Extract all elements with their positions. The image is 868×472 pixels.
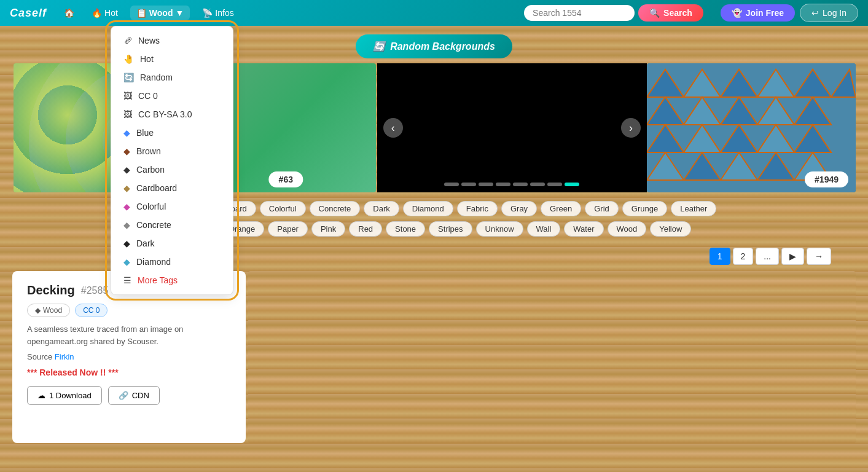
preview-area [248,271,856,443]
tag-unknow[interactable]: Unknow [476,221,523,237]
blue-diamond-icon: ◆ [123,128,130,138]
header-right: 👻 Join Free ↩ Log In [721,4,858,22]
dot-1[interactable] [444,183,459,186]
random-backgrounds-button[interactable]: 🔄 Random Backgrounds [356,34,512,58]
home-icon: 🏠 [64,8,74,18]
nav-home[interactable]: 🏠 [59,6,79,20]
tag-grid[interactable]: Grid [585,201,619,216]
featured-center-image[interactable]: ‹ › [377,63,647,192]
carousel-dots [444,183,579,186]
tag-stripes[interactable]: Stripes [429,221,472,237]
dropdown-item-colorful[interactable]: ◆ Colorful [111,197,233,216]
tag-leather[interactable]: Leather [671,201,716,216]
dot-6[interactable] [530,183,545,186]
page-ellipsis[interactable]: ... [756,248,779,265]
nav-wood[interactable]: 📋 Wood ▼ [130,6,190,20]
card-tags: ◆ Wood CC 0 [27,304,231,317]
login-button[interactable]: ↩ Log In [800,4,858,22]
chevron-down-icon: ▼ [175,8,184,18]
dropdown-item-brown[interactable]: ◆ Brown [111,142,233,160]
search-icon: 🔍 [649,8,660,18]
tag-fabric[interactable]: Fabric [457,201,498,216]
cdn-button[interactable]: 🔗 CDN [108,386,160,405]
card-released: *** Released Now !! *** [27,368,231,377]
tag-wood[interactable]: Wood [608,221,647,237]
dropdown-item-news[interactable]: 🗞 News [111,31,233,50]
tag-paper[interactable]: Paper [268,221,308,237]
news-icon: 🗞 [123,36,132,45]
featured-image-right[interactable]: #1949 [647,63,856,192]
dot-3[interactable] [479,183,493,186]
tag-dark[interactable]: Dark [364,201,399,216]
tag-wood[interactable]: ◆ Wood [27,304,70,317]
tag-water[interactable]: Water [564,221,603,237]
dropdown-item-concrete[interactable]: ◆ Concrete [111,216,233,234]
card-source: Source Firkin [27,352,231,361]
hand-icon: 🤚 [123,54,134,64]
dropdown-item-hot[interactable]: 🤚 Hot [111,50,233,68]
search-input[interactable] [524,5,635,21]
tag-stone[interactable]: Stone [386,221,425,237]
wood-icon: 📋 [136,8,147,18]
dropdown-item-cc0[interactable]: 🖼 CC 0 [111,87,233,105]
dropdown-item-more-tags[interactable]: ☰ More Tags [111,271,233,289]
dark-diamond-icon: ◆ [123,238,130,248]
image2-icon: 🖼 [123,109,132,119]
dropdown-item-cardboard[interactable]: ◆ Cardboard [111,179,233,197]
tag-cc0[interactable]: CC 0 [75,304,108,317]
carbon-diamond-icon: ◆ [123,165,130,175]
login-icon: ↩ [811,8,819,18]
tag-grunge[interactable]: Grunge [622,201,667,216]
dot-4[interactable] [496,183,510,186]
search-container: 🔍 Search [524,4,703,22]
colorful-diamond-icon: ◆ [123,202,130,211]
dot-7[interactable] [547,183,562,186]
join-free-button[interactable]: 👻 Join Free [721,4,795,22]
carousel-arrow-right[interactable]: › [621,118,641,138]
tag-red[interactable]: Red [349,221,382,237]
texture-card: Decking #2585 ◆ Wood CC 0 A seamless tex… [12,271,246,443]
dropdown-item-dark[interactable]: ◆ Dark [111,234,233,253]
tag-pink[interactable]: Pink [311,221,345,237]
dropdown-item-diamond[interactable]: ◆ Diamond [111,253,233,271]
card-id: #2585 [81,285,109,296]
tag-gray[interactable]: Gray [501,201,537,216]
dropdown-item-carbon[interactable]: ◆ Carbon [111,160,233,179]
dot-2[interactable] [461,183,476,186]
ghost-icon: 👻 [732,8,742,18]
carousel-arrow-left[interactable]: ‹ [383,118,403,138]
dropdown-menu: 🗞 News 🤚 Hot 🔄 Random 🖼 CC 0 🖼 CC BY-SA … [111,26,233,295]
tag-yellow[interactable]: Yellow [650,221,691,237]
diamond-icon: ◆ [123,257,130,267]
content-area: Decking #2585 ◆ Wood CC 0 A seamless tex… [0,271,868,455]
logo[interactable]: Caself [10,7,47,20]
page-2-button[interactable]: 2 [733,248,754,265]
badge-second: #63 [269,171,303,187]
dot-5[interactable] [513,183,528,186]
page-next-button[interactable]: ▶ [781,248,804,265]
nav-infos[interactable]: 📡 Infos [197,6,238,20]
tag-diamond[interactable]: Diamond [403,201,453,216]
brown-diamond-icon: ◆ [123,146,130,156]
fire-icon: 🔥 [92,8,102,18]
header: Caself 🏠 🔥 Hot 📋 Wood ▼ 📡 Infos 🔍 Search… [0,0,868,26]
dot-8[interactable] [565,183,579,186]
tag-green[interactable]: Green [541,201,581,216]
download-button[interactable]: ☁ 1 Download [27,386,102,405]
page-1-button[interactable]: 1 [710,248,730,265]
cdn-icon: 🔗 [119,391,128,400]
tag-wall[interactable]: Wall [527,221,561,237]
page-last-button[interactable]: → [807,248,831,265]
cardboard-diamond-icon: ◆ [123,183,130,193]
dropdown-item-ccbysa[interactable]: 🖼 CC BY-SA 3.0 [111,105,233,124]
search-button[interactable]: 🔍 Search [638,4,703,22]
dropdown-item-blue[interactable]: ◆ Blue [111,124,233,142]
refresh2-icon: 🔄 [373,41,385,52]
tag-concrete[interactable]: Concrete [310,201,361,216]
card-source-link[interactable]: Firkin [55,352,74,361]
list-icon: ☰ [123,275,131,285]
tag-colorful[interactable]: Colorful [260,201,306,216]
concrete-diamond-icon: ◆ [123,220,130,230]
nav-hot[interactable]: 🔥 Hot [87,6,123,20]
dropdown-item-random[interactable]: 🔄 Random [111,68,233,87]
